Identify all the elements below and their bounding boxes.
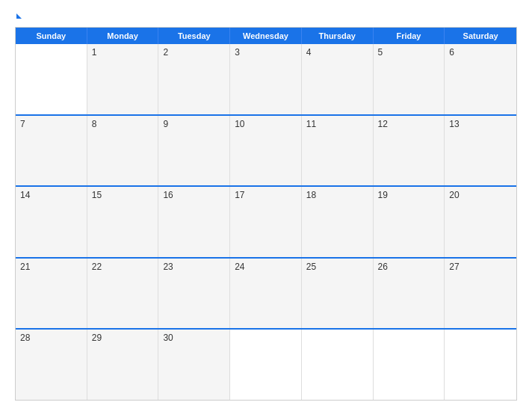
day-cell: 23 bbox=[158, 259, 230, 329]
day-cell: 27 bbox=[445, 259, 516, 329]
header bbox=[15, 13, 517, 19]
day-number: 10 bbox=[235, 119, 244, 129]
day-number: 20 bbox=[449, 190, 459, 200]
week-row-3: 21222324252627 bbox=[16, 257, 516, 329]
day-number: 26 bbox=[378, 262, 388, 272]
day-header-wednesday: Wednesday bbox=[230, 28, 302, 44]
day-number: 3 bbox=[235, 47, 240, 58]
day-cell: 30 bbox=[158, 330, 230, 400]
day-cell: 1 bbox=[87, 44, 159, 114]
day-cell: 14 bbox=[16, 187, 87, 257]
day-number: 8 bbox=[92, 119, 97, 129]
weeks-container: 1234567891011121314151617181920212223242… bbox=[16, 44, 516, 400]
day-cell: 10 bbox=[230, 116, 302, 186]
day-number: 13 bbox=[449, 119, 459, 129]
day-cell: 16 bbox=[158, 187, 230, 257]
day-cell: 7 bbox=[16, 116, 87, 186]
day-cell bbox=[16, 44, 87, 114]
week-row-4: 282930 bbox=[16, 328, 516, 400]
day-header-sunday: Sunday bbox=[16, 28, 87, 44]
day-cell bbox=[374, 330, 445, 400]
day-number: 19 bbox=[378, 190, 388, 200]
week-row-0: 123456 bbox=[16, 44, 516, 114]
day-cell: 8 bbox=[87, 116, 159, 186]
day-cell: 26 bbox=[374, 259, 445, 329]
day-header-friday: Friday bbox=[374, 28, 445, 44]
calendar-page: SundayMondayTuesdayWednesdayThursdayFrid… bbox=[0, 0, 532, 411]
day-cell: 19 bbox=[374, 187, 445, 257]
day-number: 17 bbox=[235, 190, 244, 200]
day-cell: 11 bbox=[302, 116, 374, 186]
day-cell: 15 bbox=[87, 187, 159, 257]
day-header-monday: Monday bbox=[87, 28, 159, 44]
day-number: 22 bbox=[92, 262, 102, 272]
week-row-2: 14151617181920 bbox=[16, 185, 516, 257]
day-cell: 4 bbox=[302, 44, 374, 114]
day-cell bbox=[445, 330, 516, 400]
day-cell: 3 bbox=[230, 44, 302, 114]
logo-blue-row bbox=[15, 13, 22, 19]
day-cell: 5 bbox=[374, 44, 445, 114]
day-number: 14 bbox=[20, 190, 30, 200]
day-header-thursday: Thursday bbox=[302, 28, 374, 44]
day-cell: 17 bbox=[230, 187, 302, 257]
day-header-tuesday: Tuesday bbox=[158, 28, 230, 44]
day-number: 5 bbox=[378, 47, 383, 58]
day-cell: 25 bbox=[302, 259, 374, 329]
day-number: 6 bbox=[449, 47, 454, 58]
day-number: 1 bbox=[92, 47, 97, 58]
day-number: 12 bbox=[378, 119, 388, 129]
day-number: 2 bbox=[163, 47, 168, 58]
day-number: 16 bbox=[163, 190, 173, 200]
calendar-grid: SundayMondayTuesdayWednesdayThursdayFrid… bbox=[15, 27, 517, 401]
day-number: 7 bbox=[20, 119, 25, 129]
day-number: 21 bbox=[20, 262, 30, 272]
day-number: 18 bbox=[306, 190, 316, 200]
logo-triangle-icon bbox=[16, 13, 22, 19]
day-number: 11 bbox=[306, 119, 316, 129]
day-number: 9 bbox=[163, 119, 168, 129]
day-cell: 20 bbox=[445, 187, 516, 257]
day-number: 25 bbox=[306, 262, 316, 272]
day-number: 30 bbox=[163, 333, 173, 343]
day-cell: 21 bbox=[16, 259, 87, 329]
day-number: 27 bbox=[449, 262, 459, 272]
day-number: 24 bbox=[235, 262, 244, 272]
day-cell: 9 bbox=[158, 116, 230, 186]
day-cell: 24 bbox=[230, 259, 302, 329]
day-number: 4 bbox=[306, 47, 312, 58]
day-number: 28 bbox=[20, 333, 30, 343]
day-cell: 12 bbox=[374, 116, 445, 186]
day-cell bbox=[230, 330, 302, 400]
day-number: 23 bbox=[163, 262, 173, 272]
week-row-1: 78910111213 bbox=[16, 114, 516, 186]
day-cell: 2 bbox=[158, 44, 230, 114]
day-cell: 29 bbox=[87, 330, 159, 400]
day-number: 29 bbox=[92, 333, 102, 343]
day-cell: 22 bbox=[87, 259, 159, 329]
day-cell bbox=[302, 330, 374, 400]
day-cell: 13 bbox=[445, 116, 516, 186]
day-number: 15 bbox=[92, 190, 102, 200]
day-cell: 6 bbox=[445, 44, 516, 114]
day-cell: 28 bbox=[16, 330, 87, 400]
logo bbox=[15, 13, 22, 19]
day-header-saturday: Saturday bbox=[445, 28, 516, 44]
day-headers-row: SundayMondayTuesdayWednesdayThursdayFrid… bbox=[16, 28, 516, 44]
day-cell: 18 bbox=[302, 187, 374, 257]
